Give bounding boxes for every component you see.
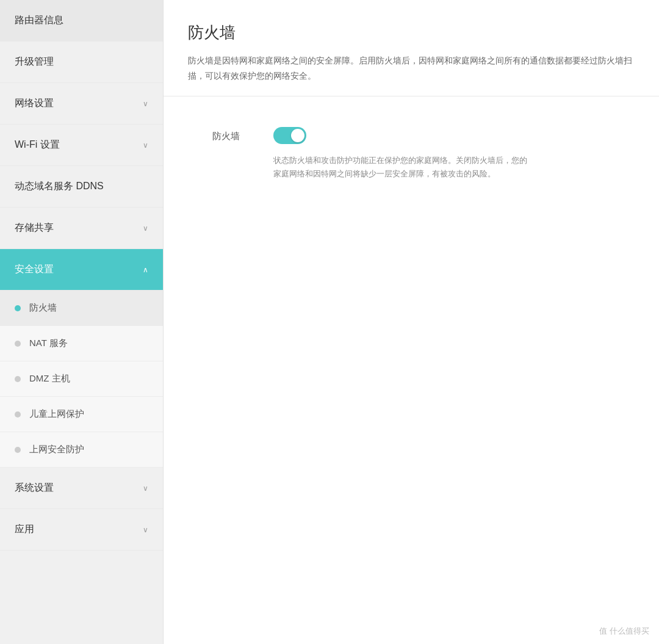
page-description: 防火墙是因特网和家庭网络之间的安全屏障。启用防火墙后，因特网和家庭网络之间所有的…	[188, 53, 635, 84]
sidebar-item-system-settings[interactable]: 系统设置 ∨	[0, 468, 163, 509]
sidebar-item-label: Wi-Fi 设置	[15, 139, 60, 151]
sidebar-subitem-label: 防火墙	[29, 302, 57, 314]
chevron-down-icon: ∨	[143, 484, 148, 493]
watermark: 值 什么值得买	[599, 626, 649, 637]
firewall-toggle-description: 状态防火墙和攻击防护功能正在保护您的家庭网络。关闭防火墙后，您的家庭网络和因特网…	[273, 154, 530, 181]
sidebar-subitem-label: 上网安全防护	[29, 444, 84, 455]
sidebar-subitem-firewall[interactable]: 防火墙	[0, 291, 163, 326]
sidebar-item-wifi-settings[interactable]: Wi-Fi 设置 ∨	[0, 125, 163, 166]
dot-icon	[15, 411, 21, 418]
main-content-area: 防火墙 防火墙是因特网和家庭网络之间的安全屏障。启用防火墙后，因特网和家庭网络之…	[164, 0, 659, 644]
chevron-down-icon: ∨	[143, 141, 148, 150]
firewall-settings-panel: 防火墙 状态防火墙和攻击防护功能正在保护您的家庭网络。关闭防火墙后，您的家庭网络…	[164, 96, 659, 644]
dot-icon	[15, 341, 21, 347]
sidebar-subitem-dmz-host[interactable]: DMZ 主机	[0, 361, 163, 397]
chevron-down-icon: ∨	[143, 224, 148, 233]
sidebar-item-label: 网络设置	[15, 97, 54, 110]
sidebar-subitem-children-protection[interactable]: 儿童上网保护	[0, 397, 163, 432]
sidebar-item-label: 系统设置	[15, 482, 54, 494]
sidebar-item-ddns[interactable]: 动态域名服务 DDNS	[0, 166, 163, 208]
chevron-down-icon: ∨	[143, 526, 148, 534]
sidebar-subitem-nat-service[interactable]: NAT 服务	[0, 326, 163, 361]
dot-icon	[15, 376, 21, 382]
sidebar-item-label: 路由器信息	[15, 14, 63, 27]
chevron-down-icon: ∨	[143, 99, 148, 108]
sidebar-subitem-label: NAT 服务	[29, 338, 68, 349]
firewall-toggle-label: 防火墙	[212, 131, 249, 142]
page-header: 防火墙 防火墙是因特网和家庭网络之间的安全屏障。启用防火墙后，因特网和家庭网络之…	[164, 0, 659, 96]
sidebar-item-label: 应用	[15, 523, 34, 536]
sidebar-item-label: 安全设置	[15, 263, 54, 276]
sidebar-item-label: 升级管理	[15, 56, 54, 68]
sidebar-item-router-info[interactable]: 路由器信息	[0, 0, 163, 42]
sidebar-item-label: 存储共享	[15, 222, 54, 234]
sidebar: 路由器信息 升级管理 网络设置 ∨ Wi-Fi 设置 ∨ 动态域名服务 DDNS…	[0, 0, 164, 644]
dot-icon	[15, 305, 21, 311]
firewall-toggle-area: 状态防火墙和攻击防护功能正在保护您的家庭网络。关闭防火墙后，您的家庭网络和因特网…	[273, 127, 530, 181]
sidebar-item-network-settings[interactable]: 网络设置 ∨	[0, 83, 163, 125]
dot-icon	[15, 447, 21, 453]
firewall-toggle-row: 防火墙 状态防火墙和攻击防护功能正在保护您的家庭网络。关闭防火墙后，您的家庭网络…	[212, 127, 610, 181]
sidebar-item-security-settings[interactable]: 安全设置 ∧	[0, 249, 163, 291]
page-title: 防火墙	[188, 22, 635, 43]
sidebar-item-label: 动态域名服务 DDNS	[15, 180, 104, 193]
sidebar-subitem-internet-protection[interactable]: 上网安全防护	[0, 432, 163, 468]
sidebar-item-storage-sharing[interactable]: 存储共享 ∨	[0, 208, 163, 249]
sidebar-item-upgrade-mgmt[interactable]: 升级管理	[0, 42, 163, 83]
chevron-up-icon: ∧	[143, 266, 148, 274]
firewall-toggle[interactable]	[273, 127, 306, 144]
sidebar-subitem-label: 儿童上网保护	[29, 408, 84, 420]
sidebar-subitem-label: DMZ 主机	[29, 373, 70, 385]
sidebar-item-applications[interactable]: 应用 ∨	[0, 509, 163, 551]
